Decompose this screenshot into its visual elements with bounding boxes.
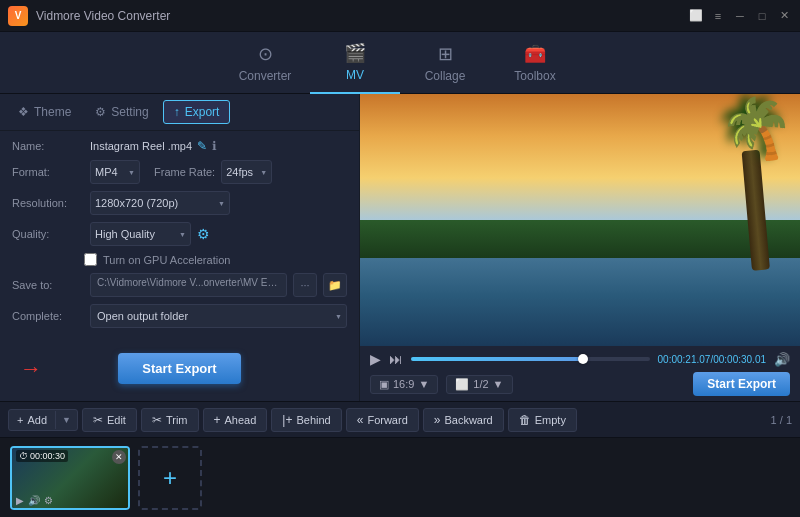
bottom-toolbar: + Add ▼ ✂ Edit ✂ Trim + Ahead |+ Behind … (0, 401, 800, 437)
export-icon: ↑ (174, 105, 180, 119)
quality-select-wrapper: High QualityMedium Quality (90, 222, 191, 246)
edit-button[interactable]: ✂ Edit (82, 408, 137, 432)
settings-button[interactable]: ≡ (710, 8, 726, 24)
gpu-checkbox[interactable] (84, 253, 97, 266)
open-folder-button[interactable]: 📁 (323, 273, 347, 297)
complete-label: Complete: (12, 310, 84, 322)
message-button[interactable]: ⬜ (688, 8, 704, 24)
timeline: ⏱ 00:00:30 ✕ ▶ 🔊 ⚙ + (0, 437, 800, 517)
clip-settings-icon[interactable]: ⚙ (44, 495, 53, 506)
start-export-button-right[interactable]: Start Export (693, 372, 790, 396)
resolution-label: Resolution: (12, 197, 84, 209)
name-label: Name: (12, 140, 84, 152)
backward-icon: » (434, 413, 441, 427)
framerate-select[interactable]: 24fps25fps30fps (221, 160, 272, 184)
time-total: 00:00:30.01 (713, 354, 766, 365)
progress-fill (411, 357, 583, 361)
scale-value: 1/2 (473, 378, 488, 390)
video-scene: 🌴 (360, 94, 800, 346)
arrow-icon: → (20, 356, 42, 382)
volume-icon[interactable]: 🔊 (774, 352, 790, 367)
sub-tab-export[interactable]: ↑ Export (163, 100, 231, 124)
edit-name-icon[interactable]: ✎ (197, 139, 207, 153)
tab-mv-label: MV (346, 68, 364, 82)
name-value-container: Instagram Reel .mp4 ✎ ℹ (90, 139, 217, 153)
tab-toolbox-label: Toolbox (514, 69, 555, 83)
clip-controls: ▶ 🔊 ⚙ (16, 495, 53, 506)
progress-thumb (578, 354, 588, 364)
converter-icon: ⊙ (258, 43, 273, 65)
minimize-button[interactable]: ─ (732, 8, 748, 24)
forward-button[interactable]: « Forward (346, 408, 419, 432)
edit-icon: ✂ (93, 413, 103, 427)
resolution-select-wrapper: 1280x720 (720p)1920x1080 (1080p) (90, 191, 230, 215)
trim-button[interactable]: ✂ Trim (141, 408, 199, 432)
tab-converter-label: Converter (239, 69, 292, 83)
setting-icon: ⚙ (95, 105, 106, 119)
clip-close-button[interactable]: ✕ (112, 450, 126, 464)
aspect-ratio-button[interactable]: ▣ 16:9 ▼ (370, 375, 438, 394)
resolution-row: Resolution: 1280x720 (720p)1920x1080 (10… (12, 191, 347, 215)
gpu-label[interactable]: Turn on GPU Acceleration (103, 254, 230, 266)
scale-icon: ⬜ (455, 378, 469, 391)
progress-bar-area: ▶ ⏭ 00:00:21.07/00:00:30.01 🔊 (370, 351, 790, 367)
sub-tab-theme-label: Theme (34, 105, 71, 119)
tab-mv[interactable]: 🎬 MV (310, 32, 400, 94)
progress-track[interactable] (411, 357, 650, 361)
quality-gear-icon[interactable]: ⚙ (197, 226, 210, 242)
scale-button[interactable]: ⬜ 1/2 ▼ (446, 375, 512, 394)
info-icon[interactable]: ℹ (212, 139, 217, 153)
tab-converter[interactable]: ⊙ Converter (220, 32, 310, 94)
edit-label: Edit (107, 414, 126, 426)
trim-icon: ✂ (152, 413, 162, 427)
sub-tabs: ❖ Theme ⚙ Setting ↑ Export (0, 94, 359, 131)
empty-icon: 🗑 (519, 413, 531, 427)
ahead-button[interactable]: + Ahead (203, 408, 268, 432)
backward-button[interactable]: » Backward (423, 408, 504, 432)
controls-row2: ▣ 16:9 ▼ ⬜ 1/2 ▼ Start Export (370, 372, 790, 396)
timeline-clip-1[interactable]: ⏱ 00:00:30 ✕ ▶ 🔊 ⚙ (10, 446, 130, 510)
titlebar: V Vidmore Video Converter ⬜ ≡ ─ □ ✕ (0, 0, 800, 32)
ahead-label: Ahead (225, 414, 257, 426)
tab-collage[interactable]: ⊞ Collage (400, 32, 490, 94)
collage-icon: ⊞ (438, 43, 453, 65)
tab-toolbox[interactable]: 🧰 Toolbox (490, 32, 580, 94)
quality-select[interactable]: High QualityMedium Quality (90, 222, 191, 246)
add-clip-icon: + (163, 464, 177, 492)
clip-play-icon[interactable]: ▶ (16, 495, 24, 506)
left-panel: ❖ Theme ⚙ Setting ↑ Export Name: Instagr… (0, 94, 360, 401)
resolution-select[interactable]: 1280x720 (720p)1920x1080 (1080p) (90, 191, 230, 215)
sub-tab-setting[interactable]: ⚙ Setting (85, 101, 158, 123)
video-preview: 🌴 (360, 94, 800, 346)
complete-select[interactable]: Open output folderDo nothing (90, 304, 347, 328)
browse-path-button[interactable]: ··· (293, 273, 317, 297)
trim-label: Trim (166, 414, 188, 426)
clip-volume-icon[interactable]: 🔊 (28, 495, 40, 506)
right-panel: 🌴 ▶ ⏭ 00:00:21.07/00:00:30.01 🔊 (360, 94, 800, 401)
clip-duration-value: 00:00:30 (30, 451, 65, 461)
behind-label: Behind (296, 414, 330, 426)
add-button-group: + Add ▼ (8, 409, 78, 431)
palm-leaves: 🌴 (714, 94, 800, 171)
empty-button[interactable]: 🗑 Empty (508, 408, 577, 432)
mv-icon: 🎬 (344, 42, 366, 64)
clip-duration: ⏱ 00:00:30 (16, 450, 68, 462)
export-area: → Start Export (0, 336, 359, 401)
close-button[interactable]: ✕ (776, 8, 792, 24)
step-button[interactable]: ⏭ (389, 351, 403, 367)
maximize-button[interactable]: □ (754, 8, 770, 24)
format-select[interactable]: MP4MOVAVI (90, 160, 140, 184)
sub-tab-theme[interactable]: ❖ Theme (8, 101, 81, 123)
framerate-label: Frame Rate: (154, 166, 215, 178)
main-layout: ❖ Theme ⚙ Setting ↑ Export Name: Instagr… (0, 94, 800, 401)
add-dropdown-button[interactable]: ▼ (55, 411, 77, 429)
play-button[interactable]: ▶ (370, 351, 381, 367)
start-export-button-left[interactable]: Start Export (118, 353, 240, 384)
add-clip-button[interactable]: + (138, 446, 202, 510)
sub-tab-export-label: Export (185, 105, 220, 119)
framerate-select-wrapper: 24fps25fps30fps (221, 160, 272, 184)
add-button-main[interactable]: + Add (9, 410, 55, 430)
time-display: 00:00:21.07/00:00:30.01 (658, 354, 766, 365)
behind-button[interactable]: |+ Behind (271, 408, 341, 432)
empty-label: Empty (535, 414, 566, 426)
